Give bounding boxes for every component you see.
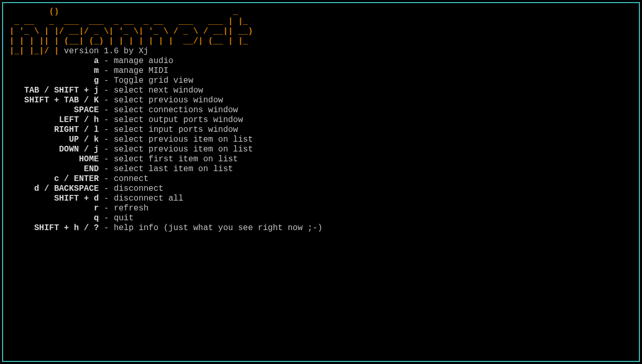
help-desc: help info (just what you see right now ;… <box>114 223 323 233</box>
help-line: a - manage audio <box>9 56 633 66</box>
help-desc: select previous window <box>114 96 223 105</box>
help-key: END <box>9 164 99 174</box>
help-desc: select next window <box>114 86 203 95</box>
help-line: SHIFT + h / ? - help info (just what you… <box>9 223 633 233</box>
help-key: SHIFT + d <box>9 194 99 203</box>
help-line: g - Toggle grid view <box>9 76 633 86</box>
help-key: a <box>9 56 99 66</box>
help-line: SPACE - select connections window <box>9 105 633 115</box>
help-key: q <box>9 214 99 223</box>
help-line: q - quit <box>9 214 633 223</box>
help-desc: Toggle grid view <box>114 76 194 85</box>
help-key: DOWN / j <box>9 145 99 154</box>
help-key: r <box>9 204 99 213</box>
help-key: c / ENTER <box>9 174 99 184</box>
help-line: c / ENTER - connect <box>9 174 633 184</box>
version-text: version 1.6 by Xj <box>59 47 149 56</box>
help-line: UP / k - select previous item on list <box>9 135 633 145</box>
help-key: TAB / SHIFT + j <box>9 86 99 95</box>
help-desc: disconnect <box>114 184 164 193</box>
ascii-art-logo: () _ _ __ _ ___ ___ _ __ _ __ ___ ___ | … <box>9 7 633 47</box>
help-desc: disconnect all <box>114 194 183 203</box>
help-desc: select previous item on list <box>114 145 253 154</box>
help-desc: quit <box>114 214 134 223</box>
help-desc: select previous item on list <box>114 135 253 144</box>
help-line: SHIFT + d - disconnect all <box>9 194 633 204</box>
help-line: DOWN / j - select previous item on list <box>9 145 633 155</box>
help-key: d / BACKSPACE <box>9 184 99 193</box>
help-desc: connect <box>114 174 149 184</box>
help-list: a - manage audio m - manage MIDI g - Tog… <box>9 56 633 233</box>
help-key: SHIFT + TAB / K <box>9 96 99 105</box>
logo-tail: |_| |_|/ | <box>9 47 59 56</box>
help-desc: select first item on list <box>114 155 238 164</box>
help-line: r - refresh <box>9 204 633 214</box>
help-line: RIGHT / l - select input ports window <box>9 125 633 135</box>
help-desc: select input ports window <box>114 125 238 134</box>
help-line: m - manage MIDI <box>9 66 633 76</box>
help-desc: select connections window <box>114 105 238 115</box>
help-line: LEFT / h - select output ports window <box>9 115 633 125</box>
help-key: RIGHT / l <box>9 125 99 134</box>
help-key: SHIFT + h / ? <box>9 223 99 233</box>
help-line: TAB / SHIFT + j - select next window <box>9 86 633 96</box>
help-desc: select last item on list <box>114 164 233 174</box>
help-line: d / BACKSPACE - disconnect <box>9 184 633 194</box>
help-key: SPACE <box>9 105 99 115</box>
version-line: |_| |_|/ | version 1.6 by Xj <box>9 47 633 56</box>
help-key: m <box>9 66 99 75</box>
help-key: UP / k <box>9 135 99 144</box>
help-key: LEFT / h <box>9 115 99 125</box>
help-line: END - select last item on list <box>9 164 633 174</box>
help-line: SHIFT + TAB / K - select previous window <box>9 96 633 105</box>
help-desc: refresh <box>114 204 149 213</box>
help-desc: manage audio <box>114 56 173 66</box>
help-desc: select output ports window <box>114 115 243 125</box>
help-key: g <box>9 76 99 85</box>
terminal-window: () _ _ __ _ ___ ___ _ __ _ __ ___ ___ | … <box>2 2 640 362</box>
help-key: HOME <box>9 155 99 164</box>
help-desc: manage MIDI <box>114 66 169 75</box>
help-line: HOME - select first item on list <box>9 155 633 164</box>
